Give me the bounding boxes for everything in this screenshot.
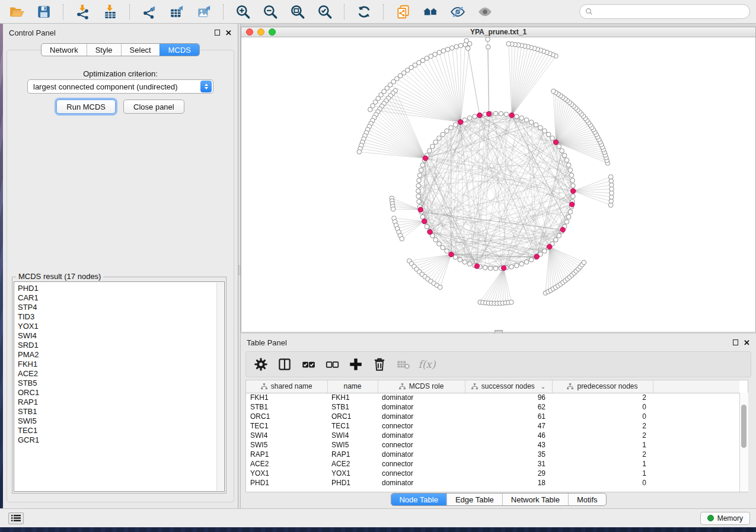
mcds-result-item[interactable]: SWI4 xyxy=(18,331,224,341)
node-table-body: FKH1FKH1dominator962STB1STB1dominator620… xyxy=(246,393,739,488)
tab-network[interactable]: Network xyxy=(42,44,87,56)
table-panel-title: Table Panel xyxy=(247,338,287,347)
tab-motifs[interactable]: Motifs xyxy=(568,493,606,505)
table-row[interactable]: RAP1RAP1dominator352 xyxy=(246,450,739,459)
mcds-result-item[interactable]: YOX1 xyxy=(18,322,224,331)
first-neighbors-icon[interactable] xyxy=(422,4,438,20)
col-header-name[interactable]: name xyxy=(327,380,378,393)
table-cell: dominator xyxy=(378,393,465,402)
table-header-row: shared name name MCDS role successor nod… xyxy=(246,380,739,393)
memory-button[interactable]: Memory xyxy=(700,512,750,525)
select-all-icon[interactable] xyxy=(301,357,316,372)
table-cell: YOX1 xyxy=(327,469,378,478)
table-row[interactable]: SWI5SWI5connector431 xyxy=(246,440,739,450)
zoom-selected-icon[interactable] xyxy=(317,4,333,20)
hide-selected-icon[interactable] xyxy=(449,4,465,20)
table-scrollbar[interactable] xyxy=(739,393,748,492)
export-image-icon[interactable] xyxy=(196,4,212,20)
tab-edge-table[interactable]: Edge Table xyxy=(446,493,502,505)
duplicate-network-icon[interactable] xyxy=(395,4,411,20)
search-input-wrap[interactable] xyxy=(579,4,750,19)
export-table-icon[interactable] xyxy=(168,4,184,20)
optimization-dropdown[interactable]: largest connected component (undirected) xyxy=(27,79,213,94)
mcds-result-item[interactable]: PMA2 xyxy=(18,350,224,360)
network-window-titlebar[interactable]: YPA_prune.txt_1 xyxy=(241,27,755,37)
settings-gear-icon[interactable] xyxy=(253,357,269,372)
splitter-handle[interactable] xyxy=(238,265,240,275)
table-row[interactable]: FKH1FKH1dominator962 xyxy=(246,393,739,402)
float-panel-icon[interactable] xyxy=(215,30,220,36)
zoom-out-icon[interactable] xyxy=(262,4,278,20)
mcds-result-item[interactable]: GCR1 xyxy=(18,435,224,445)
table-cell: 2 xyxy=(552,450,653,459)
table-cell: STB1 xyxy=(327,402,378,412)
table-cell: RAP1 xyxy=(246,450,327,459)
search-icon xyxy=(585,8,593,15)
toolbar-separator xyxy=(383,4,384,20)
delete-table-icon[interactable] xyxy=(395,357,411,372)
table-cell: ORC1 xyxy=(246,412,327,421)
table-cell: SWI5 xyxy=(246,440,327,450)
open-file-icon[interactable] xyxy=(8,4,24,20)
mcds-result-item[interactable]: TEC1 xyxy=(18,426,224,435)
zoom-in-icon[interactable] xyxy=(235,4,251,20)
search-input[interactable] xyxy=(596,8,744,16)
mcds-list-scrollbar[interactable] xyxy=(216,283,224,491)
mcds-result-item[interactable]: STP4 xyxy=(18,303,224,312)
tab-node-table[interactable]: Node Table xyxy=(391,493,446,505)
show-all-icon[interactable] xyxy=(477,4,493,20)
mcds-result-item[interactable]: FKH1 xyxy=(18,360,224,369)
run-mcds-button[interactable]: Run MCDS xyxy=(56,100,116,114)
mcds-result-item[interactable]: PHD1 xyxy=(18,284,224,293)
table-row[interactable]: TEC1TEC1connector472 xyxy=(246,421,739,431)
function-builder-icon[interactable]: f(x) xyxy=(419,357,435,372)
desktop: Control Panel ✕ Network Style Select MCD… xyxy=(0,0,756,532)
network-canvas[interactable] xyxy=(241,37,755,332)
table-row[interactable]: STB1STB1dominator620 xyxy=(246,402,739,412)
zoom-fit-icon[interactable] xyxy=(289,4,305,20)
table-cell: SWI4 xyxy=(246,431,327,440)
mcds-result-item[interactable]: CAR1 xyxy=(18,293,224,303)
mcds-result-item[interactable]: STB1 xyxy=(18,407,224,416)
mcds-result-item[interactable]: ORC1 xyxy=(18,388,224,398)
delete-rows-icon[interactable] xyxy=(372,357,387,372)
import-table-icon[interactable] xyxy=(102,4,118,20)
table-row[interactable]: ORC1ORC1dominator610 xyxy=(246,412,739,421)
task-history-button[interactable] xyxy=(8,512,24,524)
close-panel-icon[interactable]: ✕ xyxy=(744,339,750,347)
table-cell: FKH1 xyxy=(327,393,378,402)
table-row[interactable]: SWI4SWI4dominator462 xyxy=(246,431,739,440)
table-row[interactable]: ACE2ACE2connector311 xyxy=(246,459,739,469)
table-cell-filler xyxy=(653,412,739,421)
tab-select[interactable]: Select xyxy=(121,44,160,56)
export-network-icon[interactable] xyxy=(141,4,157,20)
save-session-icon[interactable] xyxy=(36,4,52,20)
close-panel-button[interactable]: Close panel xyxy=(123,100,184,114)
show-columns-icon[interactable] xyxy=(277,357,292,372)
mcds-result-list[interactable]: PHD1CAR1STP4TID3YOX1SWI4SRD1PMA2FKH1ACE2… xyxy=(14,281,225,492)
col-header-successor-nodes[interactable]: successor nodes⌄ xyxy=(465,380,552,393)
table-scrollbar-thumb[interactable] xyxy=(741,405,747,448)
tab-mcds[interactable]: MCDS xyxy=(160,44,199,56)
float-panel-icon[interactable] xyxy=(733,339,738,345)
mcds-result-item[interactable]: ACE2 xyxy=(18,369,224,379)
table-row[interactable]: PHD1PHD1dominator180 xyxy=(246,478,739,488)
col-header-predecessor-nodes[interactable]: predecessor nodes xyxy=(552,380,653,393)
control-panel-title: Control Panel xyxy=(9,28,56,37)
mcds-result-item[interactable]: RAP1 xyxy=(18,398,224,407)
col-header-mcds-role[interactable]: MCDS role xyxy=(378,380,465,393)
refresh-layout-icon[interactable] xyxy=(356,4,372,20)
tab-style[interactable]: Style xyxy=(87,44,121,56)
deselect-all-icon[interactable] xyxy=(324,357,340,372)
mcds-result-item[interactable]: STB5 xyxy=(18,379,224,388)
close-panel-icon[interactable]: ✕ xyxy=(225,29,232,37)
mcds-result-item[interactable]: SRD1 xyxy=(18,341,224,350)
col-header-shared-name[interactable]: shared name xyxy=(246,380,327,393)
import-network-icon[interactable] xyxy=(75,4,91,20)
mcds-result-item[interactable]: SWI5 xyxy=(18,416,224,426)
add-row-icon[interactable] xyxy=(348,357,363,372)
table-cell: TEC1 xyxy=(327,421,378,431)
table-row[interactable]: YOX1YOX1connector291 xyxy=(246,469,739,478)
tab-network-table[interactable]: Network Table xyxy=(502,493,568,505)
mcds-result-item[interactable]: TID3 xyxy=(18,312,224,322)
